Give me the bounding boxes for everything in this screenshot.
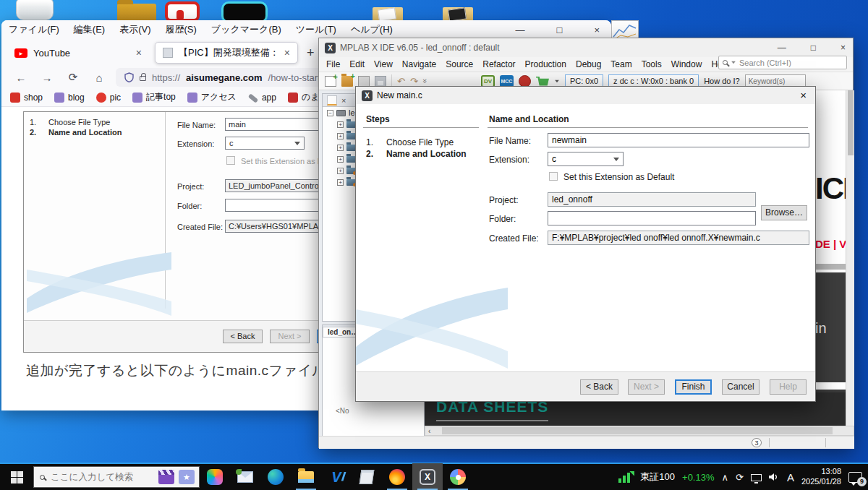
expand-icon[interactable]: + xyxy=(337,145,344,151)
network-icon[interactable] xyxy=(751,474,762,481)
menu-source[interactable]: Source xyxy=(446,59,473,69)
taskbar-notepad[interactable] xyxy=(352,463,382,490)
menu-tools[interactable]: ツール(T) xyxy=(296,23,336,36)
recycle-bin-icon[interactable] xyxy=(16,0,54,20)
menu-view[interactable]: 表示(V) xyxy=(119,23,150,36)
close-panel-icon[interactable]: × xyxy=(341,96,346,105)
horizontal-scrollbar[interactable]: ‹ xyxy=(425,426,854,436)
bookmark-noma[interactable]: のま xyxy=(288,91,320,103)
expand-icon[interactable]: + xyxy=(337,133,344,139)
vertical-scrollbar[interactable] xyxy=(846,90,854,426)
new-file-icon[interactable] xyxy=(325,76,336,87)
mcc-icon[interactable]: MCC xyxy=(500,75,514,87)
bookmark-blog[interactable]: blog xyxy=(54,93,85,103)
close-icon[interactable]: × xyxy=(841,43,846,53)
menu-debug[interactable]: Debug xyxy=(576,59,601,69)
expand-icon[interactable]: + xyxy=(337,179,344,186)
taskbar-v-app[interactable]: V xyxy=(321,463,352,490)
mplab-discover-icon[interactable] xyxy=(519,75,531,87)
folder-field[interactable] xyxy=(548,211,756,225)
minimize-icon[interactable]: — xyxy=(778,43,786,53)
new-project-icon[interactable] xyxy=(341,76,353,87)
shield-icon[interactable] xyxy=(124,72,134,82)
sign-in-fragment[interactable]: in xyxy=(815,320,827,337)
movies-clapper-icon[interactable] xyxy=(158,470,174,484)
site-links-fragment[interactable]: DE | V xyxy=(815,238,846,250)
scrollbar-thumb[interactable] xyxy=(442,427,833,434)
desktop-file-icon[interactable] xyxy=(373,7,403,22)
data-visualizer-icon[interactable]: DV xyxy=(481,75,495,87)
close-icon[interactable]: × xyxy=(800,89,807,101)
volume-icon[interactable] xyxy=(769,473,780,481)
taskbar-edge[interactable] xyxy=(260,463,291,490)
extension-select[interactable]: c xyxy=(548,152,624,166)
home-icon[interactable]: ⌂ xyxy=(90,72,109,84)
collapse-icon[interactable]: − xyxy=(327,110,333,116)
taskbar-search[interactable]: ★ xyxy=(33,466,200,488)
reload-icon[interactable]: ⟳ xyxy=(64,71,82,84)
projects-tab[interactable] xyxy=(327,95,337,106)
open-project-icon[interactable] xyxy=(358,76,370,87)
cancel-button[interactable]: Cancel xyxy=(722,379,760,395)
menu-refactor[interactable]: Refactor xyxy=(482,59,515,69)
menu-production[interactable]: Production xyxy=(525,59,566,69)
maximize-icon[interactable]: □ xyxy=(811,43,816,53)
overflow-icon[interactable]: » xyxy=(421,79,430,83)
back-button[interactable]: < Back xyxy=(223,330,263,343)
desktop-file-dark-icon[interactable] xyxy=(443,7,473,22)
undo-icon[interactable]: ↶ xyxy=(397,76,405,87)
back-icon[interactable]: ← xyxy=(12,72,30,84)
file-name-field[interactable]: newmain xyxy=(548,133,809,147)
close-tab-icon[interactable]: × xyxy=(136,47,142,59)
notification-center-icon[interactable]: 9 xyxy=(848,472,862,483)
ide-search-box[interactable]: Search (Ctrl+I) xyxy=(718,56,847,69)
browse-button[interactable]: Browse… xyxy=(761,205,807,220)
bookmark-access[interactable]: アクセス xyxy=(187,91,237,103)
widget-star-icon[interactable]: ★ xyxy=(179,470,195,484)
bookmark-shop[interactable]: shop xyxy=(10,93,43,103)
tab-pic-article[interactable]: 【PIC】開発環境整備：MPLABで × xyxy=(155,42,298,64)
redo-icon[interactable]: ↷ xyxy=(410,76,418,87)
menu-help[interactable]: ヘルプ(H) xyxy=(351,23,393,36)
taskbar-mail[interactable] xyxy=(230,463,260,490)
ime-mode-indicator[interactable]: A xyxy=(787,471,794,483)
chevron-down-icon[interactable] xyxy=(555,79,559,82)
store-cart-icon[interactable] xyxy=(536,77,549,86)
menu-bookmarks[interactable]: ブックマーク(B) xyxy=(211,23,281,36)
update-sync-icon[interactable]: ⟳ xyxy=(736,472,744,483)
tab-youtube[interactable]: ▶ YouTube × xyxy=(7,42,149,64)
close-tab-icon[interactable]: × xyxy=(284,47,290,59)
stock-chart-icon[interactable] xyxy=(618,471,633,483)
back-button[interactable]: < Back xyxy=(580,379,618,395)
forward-icon[interactable]: → xyxy=(38,72,56,84)
scroll-left-icon[interactable]: ‹ xyxy=(425,427,430,435)
taskbar-paint[interactable] xyxy=(443,463,473,490)
taskbar-firefox[interactable] xyxy=(382,463,412,490)
maximize-icon[interactable]: □ xyxy=(557,25,563,35)
bookmark-pic[interactable]: pic xyxy=(96,93,121,103)
taskbar-explorer[interactable] xyxy=(291,463,321,490)
menu-history[interactable]: 履歴(S) xyxy=(166,23,197,36)
expand-icon[interactable]: + xyxy=(337,168,344,174)
taskbar-mplab[interactable]: X xyxy=(412,463,443,490)
menu-file[interactable]: File xyxy=(326,59,340,69)
bookmark-kiji-top[interactable]: 記事top xyxy=(132,91,176,103)
extension-select[interactable]: c xyxy=(225,137,305,150)
tray-chevron-up-icon[interactable]: ∧ xyxy=(722,472,729,483)
desktop-app-red-icon[interactable] xyxy=(165,1,200,22)
lock-icon[interactable] xyxy=(140,76,146,81)
expand-icon[interactable]: + xyxy=(337,156,344,163)
menu-edit[interactable]: 編集(E) xyxy=(74,23,105,36)
menu-navigate[interactable]: Navigate xyxy=(402,59,436,69)
menu-edit[interactable]: Edit xyxy=(349,59,365,69)
expand-icon[interactable]: + xyxy=(337,121,344,128)
stock-index-name[interactable]: 東証100 xyxy=(640,470,675,483)
stock-change[interactable]: +0.13% xyxy=(682,472,714,483)
default-extension-checkbox[interactable] xyxy=(226,156,235,165)
notifications-badge[interactable]: 3 xyxy=(752,438,762,447)
bookmark-app[interactable]: app xyxy=(248,93,276,103)
menu-team[interactable]: Team xyxy=(610,59,631,69)
menu-tools[interactable]: Tools xyxy=(642,59,662,69)
tray-clock[interactable]: 13:08 2025/01/28 xyxy=(801,467,841,487)
taskbar-search-input[interactable] xyxy=(51,472,137,482)
